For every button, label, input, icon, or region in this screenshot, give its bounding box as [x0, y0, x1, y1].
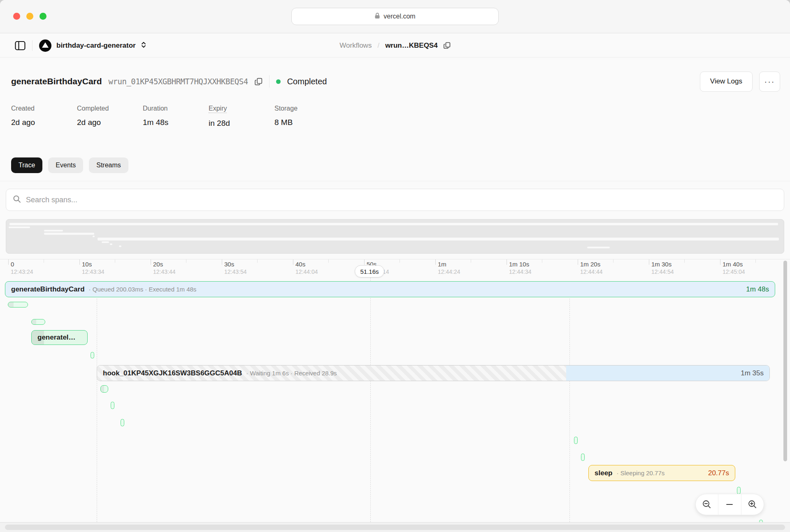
- span-child[interactable]: [91, 352, 94, 359]
- window-controls: [13, 13, 46, 20]
- breadcrumb-workflows-link[interactable]: Workflows: [339, 42, 372, 50]
- view-tabs: Trace Events Streams: [11, 157, 128, 173]
- hook-received-segment: [566, 365, 769, 381]
- span-child[interactable]: [121, 419, 124, 426]
- breadcrumb-separator: /: [377, 42, 379, 50]
- browser-chrome: vercel.com: [0, 0, 790, 33]
- run-metadata: Created 2d ago Completed 2d ago Duration…: [11, 105, 340, 128]
- view-logs-button[interactable]: View Logs: [700, 72, 753, 92]
- timeline-tick: 30s12:43:54: [222, 261, 247, 275]
- span-generateImage[interactable]: generatel…: [31, 330, 88, 345]
- timeline-tick: 1m 10s12:44:34: [507, 261, 532, 275]
- meta-created: Created 2d ago: [11, 105, 77, 128]
- trace-canvas: generateBirthdayCard · Queued 200.03ms ·…: [0, 275, 790, 522]
- timeline-tick: 10s12:43:34: [79, 261, 105, 275]
- gridline: [97, 298, 97, 522]
- span-child[interactable]: [737, 487, 741, 494]
- project-name: birthday-card-generator: [56, 42, 136, 50]
- vercel-logo-icon: [39, 39, 51, 52]
- browser-window: vercel.com birthday-card-generator Workf…: [0, 0, 790, 532]
- address-bar-url: vercel.com: [383, 13, 415, 20]
- section-divider: [0, 181, 790, 181]
- top-navigation: birthday-card-generator Workflows / wrun…: [0, 33, 790, 58]
- meta-completed: Completed 2d ago: [77, 105, 143, 128]
- meta-expiry: Expiry in 28d: [209, 105, 274, 128]
- timeline-tick: 1m 20s12:44:44: [578, 261, 603, 275]
- timeline-tick: 40s12:44:04: [293, 261, 318, 275]
- tab-trace[interactable]: Trace: [11, 157, 42, 173]
- timeline-tick: 1m12:44:24: [435, 261, 460, 275]
- meta-storage: Storage 8 MB: [274, 105, 340, 128]
- zoom-reset-button[interactable]: [718, 494, 741, 515]
- close-window-button[interactable]: [13, 13, 20, 20]
- zoom-controls: [695, 494, 764, 515]
- span-child[interactable]: [111, 402, 114, 409]
- span-sleep[interactable]: sleep · Sleeping 20.77s 20.77s: [588, 465, 735, 481]
- tab-streams[interactable]: Streams: [89, 157, 128, 173]
- project-switcher[interactable]: birthday-card-generator: [39, 39, 146, 52]
- minimize-window-button[interactable]: [26, 13, 33, 20]
- lock-icon: [374, 12, 380, 21]
- meta-duration: Duration 1m 48s: [143, 105, 209, 128]
- search-icon: [13, 195, 21, 205]
- span-hook[interactable]: hook_01KP45XGJK16SW3BS6GGC5A04B · Waitin…: [97, 365, 770, 381]
- span-search: [6, 189, 784, 211]
- span-generateBirthdayCard[interactable]: generateBirthdayCard · Queued 200.03ms ·…: [5, 281, 775, 297]
- zoom-in-button[interactable]: [741, 494, 764, 515]
- vertical-scrollbar[interactable]: [783, 261, 787, 461]
- sidebar-toggle-button[interactable]: [15, 41, 26, 51]
- timeline-tick: 20s12:43:44: [151, 261, 176, 275]
- run-header: generateBirthdayCard wrun_01KP45XGBHRMT7…: [11, 71, 780, 92]
- gridline: [569, 298, 570, 522]
- search-spans-input[interactable]: [26, 196, 777, 204]
- more-actions-button[interactable]: ···: [759, 72, 780, 92]
- gridline: [370, 275, 371, 522]
- trace-minimap[interactable]: [6, 219, 784, 254]
- span-child[interactable]: [8, 302, 28, 308]
- horizontal-scrollbar-thumb[interactable]: [5, 525, 785, 530]
- tab-events[interactable]: Events: [48, 157, 83, 173]
- span-child[interactable]: [581, 453, 585, 461]
- status-label: Completed: [287, 77, 327, 86]
- breadcrumb-run-id: wrun…KBEQS4: [385, 42, 438, 50]
- copy-run-id-button[interactable]: [444, 42, 451, 49]
- timeline-tick: 1m 40s12:45:04: [720, 261, 745, 275]
- nav-divider: [32, 40, 33, 51]
- run-name: generateBirthdayCard: [11, 76, 102, 86]
- timeline-tick: 012:43:24: [8, 261, 33, 275]
- span-duration: 1m 35s: [741, 369, 764, 377]
- status-dot: [276, 79, 281, 84]
- chevron-updown-icon: [141, 41, 146, 51]
- address-bar[interactable]: vercel.com: [291, 8, 499, 25]
- timeline-tick: 1m 30s12:44:54: [649, 261, 674, 275]
- run-id: wrun_01KP45XGBHRMT7HQJXXHKBEQS4: [109, 77, 248, 86]
- span-child[interactable]: [100, 385, 108, 393]
- zoom-window-button[interactable]: [40, 13, 46, 20]
- horizontal-scrollbar-track: [0, 522, 790, 532]
- time-marker-badge: 51.16s: [355, 265, 384, 278]
- span-child[interactable]: [574, 437, 578, 444]
- zoom-out-button[interactable]: [696, 494, 718, 515]
- header-divider: [269, 75, 270, 88]
- span-child[interactable]: [31, 319, 45, 325]
- span-duration: 1m 48s: [746, 285, 769, 294]
- timeline-ruler: 012:43:24 10s12:43:34 20s12:43:44 30s12:…: [0, 259, 790, 275]
- span-duration: 20.77s: [708, 469, 729, 477]
- copy-full-run-id-button[interactable]: [255, 78, 263, 86]
